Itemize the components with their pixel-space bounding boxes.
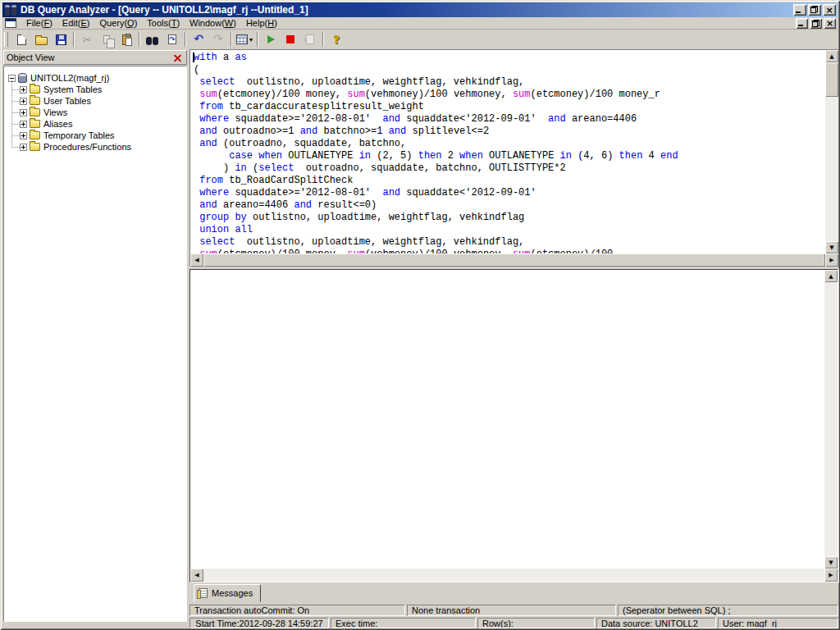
status-start-time: Start Time:2012-09-28 14:59:27 (189, 618, 329, 628)
object-view-close-button[interactable] (171, 52, 184, 63)
stop-execution-button[interactable] (281, 31, 300, 48)
tree-node-user-tables[interactable]: User Tables (20, 95, 185, 107)
tree-node-system-tables[interactable]: System Tables (20, 84, 185, 95)
menu-edit[interactable]: Edit(E) (57, 17, 95, 29)
expand-icon[interactable] (20, 109, 27, 116)
menu-help[interactable]: Help(H) (241, 17, 282, 29)
tree-node-views[interactable]: Views (20, 107, 185, 118)
execute-to-file-icon (306, 34, 314, 44)
tree-children: System TablesUser TablesViewsAliasesTemp… (20, 84, 185, 153)
find-icon (146, 37, 159, 45)
document-close-button[interactable]: × (824, 18, 836, 29)
open-file-button[interactable] (31, 31, 51, 48)
status-bar-top: Transaction autoCommit: On None transact… (189, 605, 838, 616)
menu-window[interactable]: Window(W) (185, 17, 241, 29)
toolbar-separator (73, 32, 75, 47)
tree-node-unitoll2-magf-rj[interactable]: UNITOLL2(magf_rj) (8, 72, 185, 84)
document-restore-button[interactable] (810, 18, 822, 29)
paste-button[interactable] (116, 31, 136, 48)
toolbar-separator (257, 32, 258, 47)
editor-hscrollbar[interactable]: ◀ ▶ (190, 253, 838, 267)
scroll-left-button[interactable]: ◀ (190, 253, 203, 267)
results-grid-button[interactable]: ▾ (235, 31, 254, 48)
sql-editor[interactable]: with a as( select outlistno, uploadtime,… (189, 49, 838, 267)
editor-vscrollbar[interactable]: ▲ ▼ (825, 50, 838, 253)
tree-node-label: System Tables (43, 84, 102, 94)
dropdown-arrow-icon[interactable]: ▾ (249, 36, 253, 43)
find-button[interactable] (143, 31, 162, 48)
toolbar-buttons: ✂↶↷▾? (11, 31, 346, 48)
replace-icon (168, 34, 176, 44)
scroll-up-button[interactable]: ▲ (824, 270, 838, 282)
scroll-thumb[interactable] (203, 253, 825, 267)
scroll-up-button[interactable]: ▲ (825, 50, 838, 62)
tab-messages[interactable]: Messages (194, 584, 261, 602)
tree-node-aliases[interactable]: Aliases (20, 118, 185, 130)
restore-button[interactable] (808, 4, 821, 16)
undo-icon: ↶ (194, 33, 203, 44)
sql-line: select outlistno, uploadtime, weightflag… (194, 76, 825, 89)
results-hscrollbar[interactable]: ◀ ▶ (190, 568, 838, 582)
object-tree: UNITOLL2(magf_rj)System TablesUser Table… (3, 66, 187, 622)
toolbar: ✂↶↷▾? (2, 30, 838, 48)
toolbar-separator (322, 32, 324, 47)
toolbar-grip[interactable] (4, 32, 8, 47)
document-system-icon[interactable] (5, 18, 16, 28)
document-minimize-button[interactable] (796, 18, 808, 29)
sql-line: select outlistno, uploadtime, weightflag… (194, 236, 825, 249)
menu-file[interactable]: File(F) (21, 17, 57, 29)
folder-icon (30, 108, 40, 116)
open-file-icon (35, 37, 48, 45)
results-panel: ▲ ▼ ◀ ▶ (189, 269, 838, 582)
sql-line: and areano=4406 and result<=0) (194, 199, 825, 212)
tree-node-label: Procedures/Functions (43, 142, 131, 152)
scroll-right-button[interactable]: ▶ (824, 568, 838, 582)
scroll-track[interactable] (825, 97, 838, 241)
app-icon[interactable] (5, 5, 17, 16)
copy-button[interactable] (97, 31, 116, 48)
scroll-right-button[interactable]: ▶ (825, 253, 838, 267)
minimize-button[interactable] (793, 4, 806, 16)
redo-button[interactable]: ↷ (208, 31, 228, 48)
sql-line: from tb_RoadCardSplitCheck (194, 175, 825, 187)
undo-button[interactable]: ↶ (189, 31, 208, 48)
scroll-down-button[interactable]: ▼ (825, 241, 838, 253)
expand-icon[interactable] (20, 121, 27, 128)
sql-line: with a as (194, 52, 825, 64)
title-bar: DB Query Analyzer - [Query -- UNITOLL2\m… (2, 2, 838, 17)
sql-line: where squaddate>='2012-08-01' and squadd… (194, 113, 825, 126)
execute-to-file-button[interactable] (300, 31, 320, 48)
expand-icon[interactable] (20, 86, 27, 94)
minimize-icon (796, 11, 801, 13)
execute-query-button[interactable] (261, 31, 281, 48)
expand-icon[interactable] (20, 144, 27, 151)
save-button[interactable] (51, 31, 71, 48)
paste-icon (122, 34, 131, 45)
expand-icon[interactable] (20, 98, 27, 105)
scroll-thumb[interactable] (825, 62, 838, 97)
menu-tools[interactable]: Tools(T) (142, 17, 185, 29)
new-query-button[interactable] (11, 31, 31, 48)
results-vscrollbar[interactable]: ▲ ▼ (824, 270, 838, 568)
close-button[interactable]: × (823, 4, 836, 16)
status-rows: Row(s): (477, 618, 595, 628)
text-caret (193, 52, 194, 62)
scroll-track[interactable] (203, 568, 824, 582)
expand-icon[interactable] (20, 132, 27, 139)
help-button[interactable]: ? (326, 31, 346, 48)
restore-icon (810, 6, 818, 13)
replace-button[interactable] (162, 31, 182, 48)
object-view-title: Object View (7, 52, 171, 62)
toolbar-separator (139, 32, 140, 47)
folder-icon (30, 120, 40, 128)
sql-text-area[interactable]: with a as( select outlistno, uploadtime,… (190, 50, 825, 253)
menu-query[interactable]: Query(Q) (94, 17, 142, 29)
tree-node-procedures-functions[interactable]: Procedures/Functions (20, 141, 185, 153)
cut-button[interactable]: ✂ (77, 31, 97, 48)
tree-node-temporary-tables[interactable]: Temporary Tables (20, 130, 185, 141)
sql-line: sum(etcmoney)/100 money, sum(vehmoney)/1… (194, 249, 825, 253)
scroll-left-button[interactable]: ◀ (190, 568, 203, 582)
sql-line: group by outlistno, uploadtime, weightfl… (194, 212, 825, 224)
scroll-track[interactable] (824, 282, 838, 556)
scroll-down-button[interactable]: ▼ (824, 556, 838, 568)
